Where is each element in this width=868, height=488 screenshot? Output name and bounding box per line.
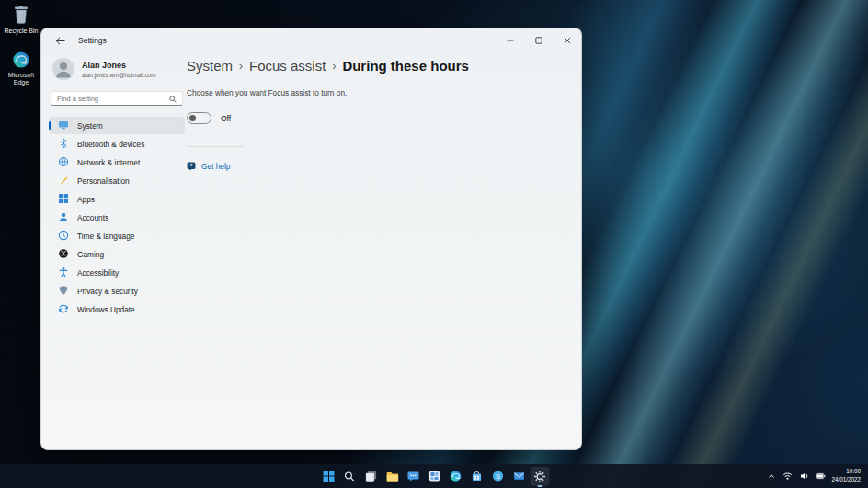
sidebar-item-label: Accounts <box>77 213 108 222</box>
sidebar-item-accessibility[interactable]: Accessibility <box>49 264 185 281</box>
search-box <box>51 91 183 106</box>
focus-assist-toggle[interactable] <box>187 112 211 124</box>
recycle-bin-icon <box>12 5 30 26</box>
sidebar-item-label: Windows Update <box>77 305 135 314</box>
shield-icon <box>58 285 69 298</box>
close-icon[interactable] <box>553 28 581 52</box>
breadcrumb: System › Focus assist › During these hou… <box>187 58 572 74</box>
taskbar-search-icon[interactable] <box>340 467 360 486</box>
window-title: Settings <box>78 36 107 45</box>
focus-assist-toggle-row: Off <box>187 112 572 124</box>
settings-app-icon[interactable] <box>531 467 550 486</box>
sidebar-item-accounts[interactable]: Accounts <box>49 209 185 226</box>
profile-email: alan.jones.wm@hotmail.com <box>82 72 156 78</box>
taskbar: S 10:00 24/01/2022 <box>0 464 868 488</box>
clock-time: 10:00 <box>831 468 861 476</box>
sidebar-item-personalisation[interactable]: Personalisation <box>49 172 185 189</box>
user-profile: Alan Jones alan.jones.wm@hotmail.com <box>49 54 185 84</box>
person-icon <box>58 211 69 224</box>
edge-icon <box>12 51 30 70</box>
sidebar-item-system[interactable]: System <box>49 117 185 134</box>
get-help-icon: ? <box>187 158 196 175</box>
avatar <box>52 58 74 80</box>
breadcrumb-separator: › <box>239 60 243 73</box>
file-explorer-icon[interactable] <box>383 467 402 486</box>
sidebar-item-label: Privacy & security <box>77 287 138 296</box>
clock-date: 24/01/2022 <box>831 476 861 484</box>
sidebar-item-windows-update[interactable]: Windows Update <box>49 301 185 318</box>
window-controls <box>496 28 581 52</box>
sidebar-item-label: Time & language <box>77 232 134 241</box>
desktop-icon-label: Recycle Bin <box>5 28 39 35</box>
bluetooth-icon <box>58 138 69 151</box>
skype-icon[interactable]: S <box>488 467 508 486</box>
hidden-icons-chevron-icon[interactable] <box>765 468 777 484</box>
clock-icon <box>58 230 69 243</box>
chat-icon[interactable] <box>404 467 423 486</box>
globe-icon <box>58 156 69 169</box>
sidebar-item-time-language[interactable]: Time & language <box>49 227 185 244</box>
volume-icon[interactable] <box>798 468 810 484</box>
settings-window: Settings Alan Jones alan.jones.wm@hotmai… <box>40 28 582 450</box>
taskbar-clock[interactable]: 10:00 24/01/2022 <box>831 468 861 484</box>
wifi-icon[interactable] <box>782 468 794 484</box>
search-input[interactable] <box>57 95 166 103</box>
brush-icon <box>58 175 69 187</box>
sidebar-item-label: Personalisation <box>77 176 130 186</box>
widgets-icon[interactable] <box>425 467 444 486</box>
breadcrumb-separator: › <box>332 60 336 73</box>
maximize-icon[interactable] <box>524 28 553 52</box>
sidebar-item-apps[interactable]: Apps <box>49 190 185 208</box>
titlebar: Settings <box>41 28 581 52</box>
start-button[interactable] <box>319 467 338 486</box>
xbox-icon <box>58 248 69 261</box>
section-divider <box>187 146 244 147</box>
sidebar-item-bluetooth-devices[interactable]: Bluetooth & devices <box>49 135 185 153</box>
settings-content: System › Focus assist › During these hou… <box>187 52 572 449</box>
task-view-icon[interactable] <box>361 467 381 486</box>
get-help-link[interactable]: Get help <box>201 162 230 171</box>
sidebar-item-gaming[interactable]: Gaming <box>49 245 185 263</box>
apps-grid-icon <box>58 193 69 206</box>
get-help-row: ? Get help <box>187 158 572 175</box>
edge-icon[interactable] <box>446 467 465 486</box>
sidebar-item-label: Apps <box>77 195 95 204</box>
svg-text:S: S <box>495 472 499 481</box>
breadcrumb-system[interactable]: System <box>187 58 233 74</box>
sidebar-item-label: Gaming <box>77 250 104 259</box>
svg-text:?: ? <box>190 163 193 168</box>
sidebar-item-label: Bluetooth & devices <box>77 140 144 149</box>
desktop-icon-recycle-bin[interactable]: Recycle Bin <box>0 5 42 35</box>
sidebar-item-network-internet[interactable]: Network & internet <box>49 153 185 171</box>
minimize-icon[interactable] <box>496 28 524 52</box>
accessibility-icon <box>58 267 69 279</box>
sidebar-item-privacy-security[interactable]: Privacy & security <box>49 282 185 300</box>
mail-icon[interactable] <box>509 467 529 486</box>
desktop-icon-label: Microsoft Edge <box>1 72 41 86</box>
sidebar-item-label: Network & internet <box>77 158 140 167</box>
page-title: During these hours <box>342 58 469 74</box>
desktop-icon-microsoft-edge[interactable]: Microsoft Edge <box>0 51 42 86</box>
update-icon <box>58 303 69 316</box>
store-icon[interactable] <box>467 467 486 486</box>
breadcrumb-focus-assist[interactable]: Focus assist <box>249 58 326 74</box>
toggle-knob <box>189 115 196 121</box>
taskbar-pinned-apps: S <box>319 464 550 488</box>
settings-sidebar: Alan Jones alan.jones.wm@hotmail.com Sys… <box>49 54 185 318</box>
sidebar-item-label: Accessibility <box>77 268 119 278</box>
sidebar-item-label: System <box>77 121 103 131</box>
profile-name: Alan Jones <box>82 61 156 70</box>
settings-nav: System Bluetooth & devices Network & int… <box>49 117 185 318</box>
toggle-state-label: Off <box>221 114 231 123</box>
page-description: Choose when you want Focus assist to tur… <box>187 88 572 97</box>
battery-icon[interactable] <box>815 468 827 484</box>
system-icon <box>58 119 69 132</box>
system-tray: 10:00 24/01/2022 <box>765 468 868 484</box>
back-button[interactable] <box>49 31 71 50</box>
search-icon <box>169 90 177 107</box>
